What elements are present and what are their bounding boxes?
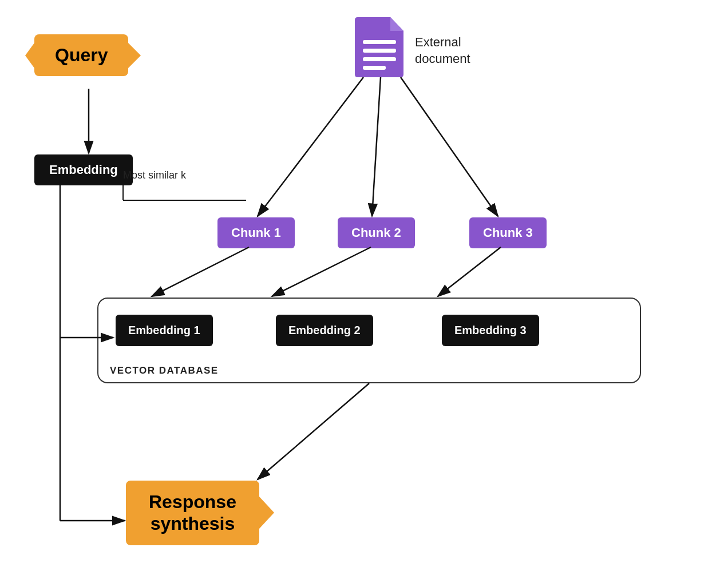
svg-rect-3 <box>363 66 386 70</box>
embedding-3-label: Embedding 3 <box>454 324 527 336</box>
svg-line-13 <box>152 247 249 296</box>
svg-line-10 <box>401 77 498 216</box>
embedding-2-label: Embedding 2 <box>288 324 361 336</box>
external-document-label: Externaldocument <box>415 34 470 67</box>
query-box: Query <box>34 34 128 76</box>
diagram-container: Query Embedding Externaldocument Most si… <box>0 0 728 571</box>
svg-line-16 <box>258 383 369 479</box>
svg-line-14 <box>272 247 371 296</box>
embedding-2-box: Embedding 2 <box>276 315 373 346</box>
svg-rect-2 <box>363 57 396 61</box>
svg-line-9 <box>372 77 381 216</box>
chunk-2-box: Chunk 2 <box>338 217 415 248</box>
chunk-3-box: Chunk 3 <box>469 217 547 248</box>
svg-line-8 <box>258 77 363 216</box>
embedding-3-box: Embedding 3 <box>442 315 539 346</box>
ext-doc-text: Externaldocument <box>415 35 470 66</box>
embedding-label: Embedding <box>49 162 118 177</box>
vector-database-label: Vector Database <box>110 365 219 376</box>
most-similar-k-label: Most similar k <box>123 169 186 182</box>
response-synthesis-box: Responsesynthesis <box>126 481 259 545</box>
document-icon <box>355 17 406 77</box>
chunk-3-label: Chunk 3 <box>483 225 533 240</box>
embedding-box: Embedding <box>34 154 133 185</box>
embedding-1-box: Embedding 1 <box>116 315 213 346</box>
chunk-2-label: Chunk 2 <box>351 225 401 240</box>
chunk-1-label: Chunk 1 <box>231 225 281 240</box>
vector-db-text: Vector Database <box>110 365 219 376</box>
chunk-1-box: Chunk 1 <box>217 217 295 248</box>
vector-database: Embedding 1 Embedding 2 Embedding 3 Vect… <box>97 298 641 383</box>
response-synthesis-label: Responsesynthesis <box>149 491 236 535</box>
embedding-1-label: Embedding 1 <box>128 324 200 336</box>
svg-rect-1 <box>363 49 396 53</box>
svg-line-15 <box>438 247 501 296</box>
svg-rect-0 <box>363 40 396 44</box>
query-label: Query <box>55 45 108 66</box>
similar-k-text: Most similar k <box>123 169 186 181</box>
arrows-diagram <box>0 0 728 571</box>
